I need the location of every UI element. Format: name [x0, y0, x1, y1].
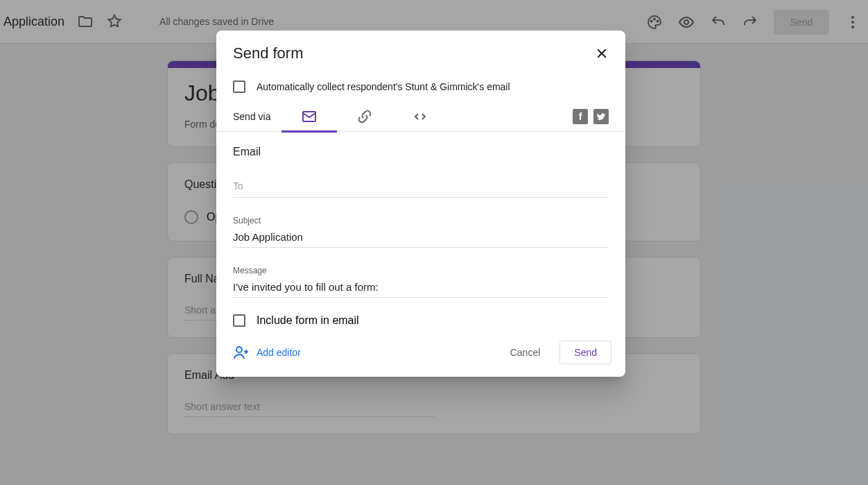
svg-point-5 — [236, 347, 242, 352]
tab-embed[interactable] — [392, 101, 448, 132]
dialog-title: Send form — [233, 44, 304, 62]
subject-input[interactable] — [233, 228, 609, 248]
collect-email-checkbox[interactable] — [233, 80, 245, 93]
send-via-label: Send via — [233, 111, 281, 122]
email-icon — [301, 108, 318, 125]
facebook-icon[interactable]: f — [573, 109, 588, 124]
message-input[interactable] — [233, 278, 609, 298]
to-input[interactable] — [233, 176, 609, 198]
embed-icon — [412, 108, 428, 125]
tab-email[interactable] — [281, 101, 337, 132]
twitter-icon[interactable] — [593, 109, 609, 124]
add-person-icon — [233, 344, 250, 361]
send-button[interactable]: Send — [559, 341, 611, 364]
tab-link[interactable] — [337, 101, 392, 132]
cancel-button[interactable]: Cancel — [503, 341, 548, 364]
send-via-tabs: Send via f — [216, 101, 625, 132]
add-editor-label: Add editor — [257, 347, 301, 358]
send-form-dialog: Send form Automatically collect responde… — [216, 31, 625, 377]
subject-label: Subject — [233, 216, 609, 226]
message-label: Message — [233, 266, 609, 275]
link-icon — [356, 108, 373, 125]
email-section-heading: Email — [233, 146, 609, 158]
include-form-label: Include form in email — [257, 314, 359, 327]
add-editor-button[interactable]: Add editor — [233, 344, 301, 361]
collect-email-label: Automatically collect respondent's Stunt… — [257, 81, 510, 92]
close-icon[interactable] — [595, 46, 609, 60]
include-form-checkbox[interactable] — [233, 314, 245, 327]
